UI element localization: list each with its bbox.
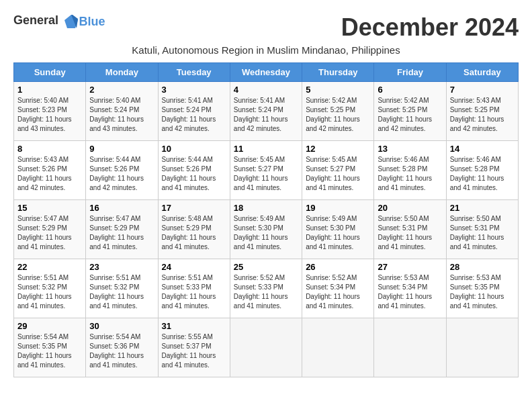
calendar-day-cell: 19 Sunrise: 5:49 AM Sunset: 5:30 PM Dayl…	[302, 200, 374, 259]
day-info: Sunrise: 5:44 AM Sunset: 5:26 PM Dayligh…	[162, 155, 226, 193]
calendar-day-cell: 1 Sunrise: 5:40 AM Sunset: 5:23 PM Dayli…	[14, 82, 86, 141]
day-number: 28	[450, 262, 515, 272]
logo-blue: Blue	[79, 15, 105, 28]
calendar-day-cell: 29 Sunrise: 5:54 AM Sunset: 5:35 PM Dayl…	[14, 318, 86, 377]
day-info: Sunrise: 5:42 AM Sunset: 5:25 PM Dayligh…	[306, 96, 370, 134]
day-of-week-header: Thursday	[302, 63, 374, 82]
day-number: 18	[234, 203, 298, 213]
day-info: Sunrise: 5:49 AM Sunset: 5:30 PM Dayligh…	[306, 214, 370, 252]
day-number: 11	[234, 144, 298, 154]
day-info: Sunrise: 5:52 AM Sunset: 5:33 PM Dayligh…	[234, 273, 298, 311]
day-info: Sunrise: 5:40 AM Sunset: 5:24 PM Dayligh…	[89, 96, 154, 134]
logo: General Blue	[13, 13, 105, 30]
day-info: Sunrise: 5:53 AM Sunset: 5:35 PM Dayligh…	[450, 273, 515, 311]
calendar-day-cell	[230, 318, 302, 377]
day-number: 12	[306, 144, 370, 154]
day-number: 13	[378, 144, 442, 154]
month-title: December 2024	[341, 13, 519, 42]
day-info: Sunrise: 5:54 AM Sunset: 5:35 PM Dayligh…	[17, 332, 82, 370]
day-number: 26	[306, 262, 370, 272]
calendar-day-cell: 17 Sunrise: 5:48 AM Sunset: 5:29 PM Dayl…	[158, 200, 230, 259]
day-number: 17	[162, 203, 226, 213]
day-of-week-header: Saturday	[446, 63, 518, 82]
day-info: Sunrise: 5:45 AM Sunset: 5:27 PM Dayligh…	[306, 155, 370, 193]
day-info: Sunrise: 5:41 AM Sunset: 5:24 PM Dayligh…	[234, 96, 298, 134]
day-info: Sunrise: 5:42 AM Sunset: 5:25 PM Dayligh…	[378, 96, 442, 134]
day-of-week-header: Friday	[374, 63, 446, 82]
calendar-day-cell: 2 Sunrise: 5:40 AM Sunset: 5:24 PM Dayli…	[86, 82, 158, 141]
subtitle: Katuli, Autonomous Region in Muslim Mind…	[13, 44, 519, 56]
day-info: Sunrise: 5:43 AM Sunset: 5:26 PM Dayligh…	[17, 155, 82, 193]
logo-general: General	[13, 13, 58, 27]
calendar-day-cell: 9 Sunrise: 5:44 AM Sunset: 5:26 PM Dayli…	[86, 141, 158, 200]
day-number: 7	[450, 85, 515, 95]
day-of-week-header: Wednesday	[230, 63, 302, 82]
day-info: Sunrise: 5:40 AM Sunset: 5:23 PM Dayligh…	[17, 96, 82, 134]
logo-icon	[63, 13, 79, 30]
calendar-day-cell: 3 Sunrise: 5:41 AM Sunset: 5:24 PM Dayli…	[158, 82, 230, 141]
calendar-week-row: 29 Sunrise: 5:54 AM Sunset: 5:35 PM Dayl…	[14, 318, 519, 377]
day-info: Sunrise: 5:51 AM Sunset: 5:33 PM Dayligh…	[162, 273, 226, 311]
day-number: 25	[234, 262, 298, 272]
calendar-day-cell: 12 Sunrise: 5:45 AM Sunset: 5:27 PM Dayl…	[302, 141, 374, 200]
calendar-day-cell: 16 Sunrise: 5:47 AM Sunset: 5:29 PM Dayl…	[86, 200, 158, 259]
calendar-day-cell: 31 Sunrise: 5:55 AM Sunset: 5:37 PM Dayl…	[158, 318, 230, 377]
calendar-day-cell: 10 Sunrise: 5:44 AM Sunset: 5:26 PM Dayl…	[158, 141, 230, 200]
calendar-day-cell: 4 Sunrise: 5:41 AM Sunset: 5:24 PM Dayli…	[230, 82, 302, 141]
calendar-week-row: 8 Sunrise: 5:43 AM Sunset: 5:26 PM Dayli…	[14, 141, 519, 200]
day-info: Sunrise: 5:51 AM Sunset: 5:32 PM Dayligh…	[89, 273, 154, 311]
calendar-header: SundayMondayTuesdayWednesdayThursdayFrid…	[14, 63, 519, 82]
day-info: Sunrise: 5:55 AM Sunset: 5:37 PM Dayligh…	[162, 332, 226, 370]
day-info: Sunrise: 5:48 AM Sunset: 5:29 PM Dayligh…	[162, 214, 226, 252]
day-number: 20	[378, 203, 442, 213]
day-of-week-header: Sunday	[14, 63, 86, 82]
calendar-day-cell: 26 Sunrise: 5:52 AM Sunset: 5:34 PM Dayl…	[302, 259, 374, 318]
calendar-day-cell: 20 Sunrise: 5:50 AM Sunset: 5:31 PM Dayl…	[374, 200, 446, 259]
day-number: 23	[89, 262, 154, 272]
day-info: Sunrise: 5:43 AM Sunset: 5:25 PM Dayligh…	[450, 96, 515, 134]
day-info: Sunrise: 5:50 AM Sunset: 5:31 PM Dayligh…	[378, 214, 442, 252]
day-number: 21	[450, 203, 515, 213]
day-info: Sunrise: 5:44 AM Sunset: 5:26 PM Dayligh…	[89, 155, 154, 193]
calendar-day-cell	[374, 318, 446, 377]
day-of-week-header: Monday	[86, 63, 158, 82]
day-number: 16	[89, 203, 154, 213]
day-number: 22	[17, 262, 82, 272]
day-number: 6	[378, 85, 442, 95]
day-info: Sunrise: 5:47 AM Sunset: 5:29 PM Dayligh…	[89, 214, 154, 252]
day-number: 30	[89, 321, 154, 331]
day-number: 2	[89, 85, 154, 95]
day-info: Sunrise: 5:51 AM Sunset: 5:32 PM Dayligh…	[17, 273, 82, 311]
calendar-day-cell: 11 Sunrise: 5:45 AM Sunset: 5:27 PM Dayl…	[230, 141, 302, 200]
calendar-day-cell: 5 Sunrise: 5:42 AM Sunset: 5:25 PM Dayli…	[302, 82, 374, 141]
day-of-week-header: Tuesday	[158, 63, 230, 82]
calendar-day-cell: 7 Sunrise: 5:43 AM Sunset: 5:25 PM Dayli…	[446, 82, 518, 141]
day-number: 15	[17, 203, 82, 213]
day-number: 8	[17, 144, 82, 154]
calendar-day-cell: 18 Sunrise: 5:49 AM Sunset: 5:30 PM Dayl…	[230, 200, 302, 259]
calendar-day-cell: 25 Sunrise: 5:52 AM Sunset: 5:33 PM Dayl…	[230, 259, 302, 318]
calendar-day-cell: 21 Sunrise: 5:50 AM Sunset: 5:31 PM Dayl…	[446, 200, 518, 259]
calendar-day-cell: 22 Sunrise: 5:51 AM Sunset: 5:32 PM Dayl…	[14, 259, 86, 318]
calendar-week-row: 22 Sunrise: 5:51 AM Sunset: 5:32 PM Dayl…	[14, 259, 519, 318]
day-info: Sunrise: 5:47 AM Sunset: 5:29 PM Dayligh…	[17, 214, 82, 252]
calendar-day-cell: 28 Sunrise: 5:53 AM Sunset: 5:35 PM Dayl…	[446, 259, 518, 318]
calendar-week-row: 15 Sunrise: 5:47 AM Sunset: 5:29 PM Dayl…	[14, 200, 519, 259]
day-info: Sunrise: 5:41 AM Sunset: 5:24 PM Dayligh…	[162, 96, 226, 134]
day-number: 19	[306, 203, 370, 213]
day-info: Sunrise: 5:45 AM Sunset: 5:27 PM Dayligh…	[234, 155, 298, 193]
calendar-day-cell: 13 Sunrise: 5:46 AM Sunset: 5:28 PM Dayl…	[374, 141, 446, 200]
day-number: 1	[17, 85, 82, 95]
calendar: SundayMondayTuesdayWednesdayThursdayFrid…	[13, 62, 519, 377]
day-number: 27	[378, 262, 442, 272]
day-info: Sunrise: 5:52 AM Sunset: 5:34 PM Dayligh…	[306, 273, 370, 311]
day-number: 24	[162, 262, 226, 272]
day-number: 14	[450, 144, 515, 154]
day-number: 29	[17, 321, 82, 331]
calendar-day-cell: 6 Sunrise: 5:42 AM Sunset: 5:25 PM Dayli…	[374, 82, 446, 141]
day-number: 3	[162, 85, 226, 95]
calendar-day-cell: 8 Sunrise: 5:43 AM Sunset: 5:26 PM Dayli…	[14, 141, 86, 200]
day-info: Sunrise: 5:46 AM Sunset: 5:28 PM Dayligh…	[378, 155, 442, 193]
calendar-day-cell	[446, 318, 518, 377]
calendar-week-row: 1 Sunrise: 5:40 AM Sunset: 5:23 PM Dayli…	[14, 82, 519, 141]
